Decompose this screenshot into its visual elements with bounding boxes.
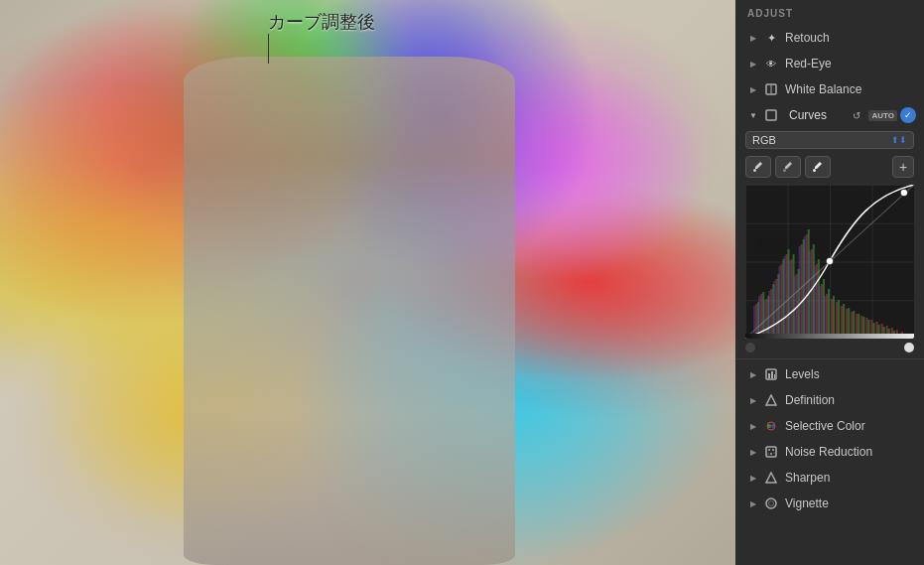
definition-label: Definition — [785, 393, 912, 407]
curves-svg — [745, 185, 914, 339]
svg-point-89 — [771, 424, 775, 428]
plus-icon: + — [899, 159, 907, 175]
svg-rect-23 — [841, 306, 843, 334]
svg-point-80 — [826, 258, 833, 265]
white-range-handle[interactable] — [904, 343, 914, 353]
svg-rect-63 — [893, 331, 895, 334]
svg-rect-25 — [851, 312, 853, 334]
dropdown-arrow-icon: ⬆⬇ — [891, 135, 907, 145]
red-eye-icon: 👁 — [763, 56, 779, 71]
svg-rect-86 — [774, 374, 775, 378]
curves-icon — [763, 107, 779, 123]
svg-rect-29 — [870, 320, 872, 334]
svg-rect-50 — [828, 289, 830, 334]
svg-point-3 — [753, 169, 756, 172]
svg-rect-2 — [766, 110, 776, 120]
channel-dropdown[interactable]: RGB ⬆⬇ — [745, 131, 914, 149]
add-point-button[interactable]: + — [892, 156, 914, 178]
chevron-right-icon — [747, 368, 759, 380]
noise-reduction-label: Noise Reduction — [785, 445, 912, 459]
levels-icon — [763, 366, 779, 382]
svg-rect-7 — [760, 294, 762, 334]
curves-confirm-button[interactable]: ✓ — [900, 107, 916, 123]
eyedropper-black-icon — [752, 160, 764, 174]
svg-rect-60 — [878, 325, 880, 334]
curves-section: Curves ↺ AUTO ✓ RGB ⬆⬇ — [735, 102, 924, 356]
callout-line — [268, 34, 269, 64]
sidebar-item-white-balance[interactable]: White Balance — [735, 76, 924, 102]
sidebar-item-levels[interactable]: Levels — [735, 361, 924, 387]
chevron-down-icon — [747, 109, 759, 121]
svg-rect-62 — [888, 329, 890, 334]
svg-rect-56 — [858, 314, 859, 334]
sidebar-item-red-eye[interactable]: 👁 Red-Eye — [735, 51, 924, 76]
svg-point-81 — [900, 190, 907, 197]
sidebar-item-noise-reduction[interactable]: Noise Reduction — [735, 439, 924, 465]
adjust-list: ✦ Retouch 👁 Red-Eye White Balance Cur — [735, 25, 924, 565]
curves-range-handles — [735, 343, 924, 356]
curves-reset-button[interactable]: ↺ — [848, 107, 865, 123]
svg-rect-12 — [785, 254, 787, 334]
svg-rect-19 — [821, 284, 823, 334]
curves-label: Curves — [789, 108, 848, 122]
noise-reduction-icon — [763, 444, 779, 460]
svg-rect-26 — [856, 314, 858, 334]
svg-rect-53 — [843, 304, 845, 334]
svg-point-95 — [774, 453, 775, 454]
chevron-right-icon — [747, 420, 759, 432]
svg-rect-24 — [846, 309, 848, 334]
svg-rect-77 — [819, 286, 821, 334]
svg-rect-33 — [891, 328, 893, 334]
svg-rect-10 — [775, 279, 777, 334]
definition-icon — [763, 392, 779, 408]
red-eye-label: Red-Eye — [785, 57, 912, 71]
vignette-label: Vignette — [785, 496, 912, 510]
svg-rect-78 — [824, 296, 826, 334]
svg-rect-59 — [873, 323, 875, 334]
channel-label: RGB — [752, 134, 776, 146]
svg-rect-28 — [865, 318, 867, 334]
sidebar-item-sharpen[interactable]: Sharpen — [735, 465, 924, 491]
svg-point-88 — [767, 424, 771, 428]
channel-dropdown-row: RGB ⬆⬇ — [735, 128, 924, 153]
divider — [735, 358, 924, 359]
svg-rect-21 — [831, 299, 833, 334]
svg-rect-34 — [896, 330, 898, 334]
svg-rect-54 — [848, 308, 850, 334]
curves-graph[interactable] — [745, 185, 914, 339]
chevron-right-icon — [747, 497, 759, 509]
vignette-icon — [763, 495, 779, 511]
svg-point-97 — [769, 501, 774, 506]
white-point-eyedropper-button[interactable] — [805, 156, 831, 178]
svg-rect-14 — [796, 274, 798, 334]
curves-tools-row: + — [735, 153, 924, 181]
svg-rect-51 — [833, 296, 835, 334]
sidebar-item-curves[interactable]: Curves ↺ AUTO ✓ — [735, 102, 924, 128]
gray-point-eyedropper-button[interactable] — [775, 156, 801, 178]
retouch-icon: ✦ — [763, 30, 779, 46]
callout-annotation: カーブ調整後 — [268, 8, 375, 64]
person-silhouette — [184, 57, 514, 565]
svg-rect-90 — [766, 447, 776, 457]
black-point-eyedropper-button[interactable] — [745, 156, 771, 178]
svg-rect-32 — [886, 326, 888, 334]
svg-rect-35 — [901, 332, 903, 334]
sidebar-item-selective-color[interactable]: Selective Color — [735, 413, 924, 439]
panel-header: ADJUST — [735, 0, 924, 25]
photo-area: カーブ調整後 — [0, 0, 735, 565]
sidebar-item-definition[interactable]: Definition — [735, 387, 924, 413]
sidebar-item-vignette[interactable]: Vignette — [735, 491, 924, 516]
eyedropper-white-icon — [812, 160, 824, 174]
svg-point-4 — [783, 169, 786, 172]
retouch-label: Retouch — [785, 31, 912, 45]
adjust-panel: ADJUST ✦ Retouch 👁 Red-Eye White Balance — [735, 0, 924, 565]
sidebar-item-retouch[interactable]: ✦ Retouch — [735, 25, 924, 51]
black-range-handle[interactable] — [745, 343, 755, 353]
svg-point-96 — [766, 498, 776, 508]
svg-rect-82 — [745, 334, 914, 339]
svg-rect-57 — [862, 317, 864, 334]
callout-label: カーブ調整後 — [268, 10, 375, 34]
chevron-right-icon — [747, 472, 759, 484]
svg-rect-72 — [794, 276, 796, 334]
svg-rect-61 — [883, 327, 885, 334]
